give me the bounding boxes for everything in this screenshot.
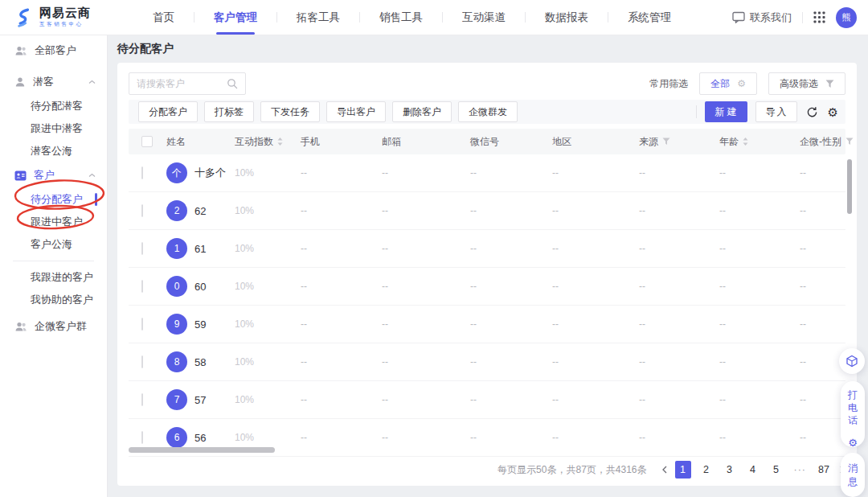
delete-customers-button[interactable]: 删除客户 bbox=[392, 101, 452, 122]
empty-cell: -- bbox=[800, 243, 845, 254]
refresh-icon[interactable] bbox=[805, 106, 819, 118]
customer-name-cell[interactable]: 060 bbox=[166, 276, 235, 297]
empty-cell: -- bbox=[719, 167, 800, 179]
call-settings-gear-icon[interactable]: ⚙ bbox=[848, 437, 858, 448]
page-number-4[interactable]: 4 bbox=[745, 461, 761, 479]
customer-avatar: 个 bbox=[166, 162, 187, 183]
empty-cell: -- bbox=[301, 243, 382, 254]
chevron-up-icon bbox=[88, 80, 96, 84]
assign-customers-button[interactable]: 分配客户 bbox=[138, 101, 198, 122]
empty-cell: -- bbox=[800, 205, 845, 216]
brand-swoosh-icon bbox=[13, 7, 34, 28]
user-avatar[interactable]: 熊 bbox=[836, 7, 857, 28]
row-checkbox[interactable] bbox=[141, 280, 143, 293]
service-cube-button[interactable] bbox=[839, 348, 865, 374]
customer-name-cell[interactable]: 656 bbox=[166, 427, 235, 448]
column-header-age[interactable]: 年龄 bbox=[719, 135, 800, 149]
call-label: 打电话 bbox=[847, 388, 858, 428]
filter-icon[interactable] bbox=[845, 138, 854, 146]
customer-name-cell[interactable]: 个十多个 bbox=[166, 162, 235, 183]
call-button[interactable]: 打电话 ⚙ bbox=[841, 381, 865, 447]
horizontal-scrollbar[interactable] bbox=[129, 447, 275, 453]
advanced-filter-button[interactable]: 高级筛选 bbox=[768, 72, 845, 95]
sidebar-item-pending-prospects[interactable]: 待分配潜客 bbox=[0, 95, 107, 117]
nav-item-interaction-channels[interactable]: 互动渠道 bbox=[443, 0, 525, 35]
empty-cell: -- bbox=[382, 394, 470, 405]
wecom-group-send-button[interactable]: 企微群发 bbox=[458, 101, 518, 122]
table-row: 个十多个10%-------------- bbox=[129, 154, 845, 192]
row-checkbox-cell bbox=[129, 243, 166, 254]
row-checkbox[interactable] bbox=[141, 318, 143, 331]
row-checkbox[interactable] bbox=[141, 431, 143, 444]
create-button[interactable]: 新建 bbox=[705, 101, 747, 122]
customer-avatar: 6 bbox=[166, 427, 187, 448]
dispatch-task-button[interactable]: 下发任务 bbox=[260, 101, 320, 122]
empty-cell: -- bbox=[719, 243, 800, 254]
quick-filter-all-button[interactable]: 全部 ⚙ bbox=[699, 72, 757, 95]
engagement-value: 10% bbox=[235, 356, 301, 368]
row-checkbox-cell bbox=[129, 432, 166, 443]
row-checkbox[interactable] bbox=[141, 355, 143, 368]
customer-name-cell[interactable]: 959 bbox=[166, 314, 235, 335]
column-header-engagement-index[interactable]: 互动指数 bbox=[235, 135, 301, 149]
sidebar-item-customers[interactable]: 客户 bbox=[0, 162, 107, 188]
sidebar: 全部客户潜客待分配潜客跟进中潜客潜客公海客户待分配客户跟进中客户客户公海我跟进的… bbox=[0, 35, 108, 497]
header-checkbox-cell bbox=[129, 136, 166, 147]
page-number-2[interactable]: 2 bbox=[698, 461, 714, 479]
sidebar-item-my-following-customers[interactable]: 我跟进的客户 bbox=[0, 266, 107, 289]
brand-name: 网易云商 bbox=[39, 6, 91, 18]
column-label: 来源 bbox=[639, 135, 658, 149]
page-number-3[interactable]: 3 bbox=[722, 461, 738, 479]
contact-us-button[interactable]: 联系我们 bbox=[732, 10, 792, 25]
app-grid-icon[interactable] bbox=[813, 11, 825, 23]
customer-name-cell[interactable]: 757 bbox=[166, 389, 235, 410]
page-number-5[interactable]: 5 bbox=[768, 461, 784, 479]
vertical-scrollbar[interactable] bbox=[847, 159, 852, 214]
row-checkbox[interactable] bbox=[141, 242, 143, 255]
import-button[interactable]: 导入 bbox=[755, 101, 797, 122]
nav-item-home[interactable]: 首页 bbox=[133, 0, 194, 35]
row-checkbox[interactable] bbox=[141, 204, 143, 217]
select-all-checkbox[interactable] bbox=[141, 136, 153, 147]
nav-item-acquisition-tools[interactable]: 拓客工具 bbox=[277, 0, 359, 35]
customer-name-cell[interactable]: 262 bbox=[166, 200, 235, 221]
sidebar-item-wecom-customer-groups[interactable]: 企微客户群 bbox=[0, 314, 107, 339]
search-icon[interactable] bbox=[227, 78, 238, 89]
filter-icon[interactable] bbox=[662, 138, 670, 146]
sidebar-item-following-prospects[interactable]: 跟进中潜客 bbox=[0, 117, 107, 140]
column-header-source[interactable]: 来源 bbox=[639, 135, 719, 149]
empty-cell: -- bbox=[719, 432, 800, 443]
page-number-1[interactable]: 1 bbox=[675, 461, 691, 479]
sidebar-item-following-customers[interactable]: 跟进中客户 bbox=[0, 211, 107, 233]
empty-cell: -- bbox=[382, 318, 470, 330]
row-checkbox-cell bbox=[129, 281, 166, 292]
page-number-87[interactable]: 87 bbox=[816, 461, 832, 479]
prev-page-icon[interactable] bbox=[661, 466, 668, 474]
row-checkbox[interactable] bbox=[141, 166, 143, 179]
customer-avatar: 7 bbox=[166, 389, 187, 410]
nav-item-data-reports[interactable]: 数据报表 bbox=[526, 0, 608, 35]
nav-item-customer-management[interactable]: 客户管理 bbox=[194, 0, 276, 35]
sort-icon[interactable] bbox=[743, 138, 748, 146]
row-checkbox[interactable] bbox=[141, 393, 143, 406]
nav-item-system-management[interactable]: 系统管理 bbox=[608, 0, 690, 35]
users-icon bbox=[14, 45, 27, 56]
export-customers-button[interactable]: 导出客户 bbox=[326, 101, 386, 122]
sidebar-item-customer-pool[interactable]: 客户公海 bbox=[0, 233, 107, 256]
sidebar-item-prospects[interactable]: 潜客 bbox=[0, 69, 107, 95]
empty-cell: -- bbox=[800, 432, 845, 443]
sidebar-item-prospect-pool[interactable]: 潜客公海 bbox=[0, 140, 107, 162]
sort-icon[interactable] bbox=[277, 138, 283, 146]
customer-name-cell[interactable]: 858 bbox=[166, 351, 235, 372]
sidebar-item-pending-customers[interactable]: 待分配客户 bbox=[0, 188, 107, 211]
sidebar-item-my-assisted-customers[interactable]: 我协助的客户 bbox=[0, 289, 107, 311]
table-settings-gear-icon[interactable]: ⚙ bbox=[827, 106, 839, 118]
sidebar-item-all-customers[interactable]: 全部客户 bbox=[0, 39, 107, 63]
search-input[interactable] bbox=[137, 78, 227, 89]
message-button[interactable]: 消息 bbox=[841, 453, 865, 497]
column-label: 地区 bbox=[552, 135, 571, 149]
nav-item-sales-tools[interactable]: 销售工具 bbox=[360, 0, 442, 35]
tag-button[interactable]: 打标签 bbox=[204, 101, 254, 122]
customer-name-cell[interactable]: 161 bbox=[166, 238, 235, 259]
column-header-wecom-gender[interactable]: 企微-性别 bbox=[800, 135, 854, 149]
